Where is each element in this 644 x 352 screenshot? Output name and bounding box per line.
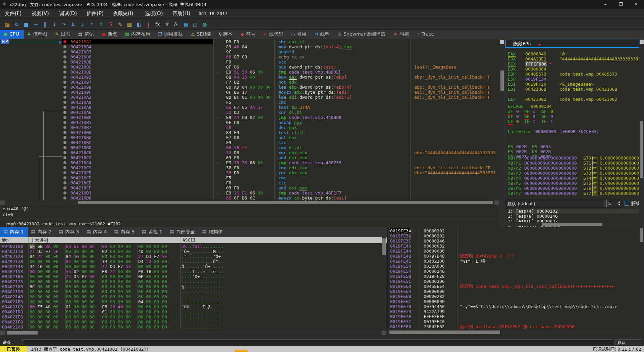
- tab-CPU[interactable]: ▣CPU: [0, 30, 24, 39]
- function-icon[interactable]: ƒx: [154, 20, 162, 29]
- dump-tab-内存 2[interactable]: ▤内存 2: [28, 227, 56, 237]
- command-input[interactable]: [22, 339, 613, 345]
- stack-row[interactable]: 0019FE3400000202: [388, 228, 644, 233]
- dump-row[interactable]: 0040212884 22 00 0084 16 00 0000 00 00 0…: [0, 254, 381, 259]
- close-button[interactable]: ✕: [629, 0, 644, 9]
- stack-row[interactable]: 0019FE3800000202: [388, 233, 644, 238]
- breakpoint-dot[interactable]: [63, 81, 66, 84]
- label-icon[interactable]: ◧: [135, 20, 143, 29]
- dump-vscrollbar[interactable]: [382, 237, 386, 330]
- breakpoint-dot[interactable]: [63, 65, 66, 69]
- register-row[interactable]: EDX00000004: [505, 67, 643, 72]
- stack-row[interactable]: 0019FE70007944A0"-y"==&"C:\\Users\\admin…: [388, 304, 644, 309]
- dump-row[interactable]: 004021E800 00 00 0000 00 00 0000 00 00 0…: [0, 314, 381, 319]
- breakpoint-dot[interactable]: [63, 141, 66, 144]
- register-row[interactable]: ESI0019FF20<&_ImageBase>: [505, 82, 643, 87]
- registers-vscrollbar[interactable]: [639, 39, 644, 227]
- breakpoint-dot[interactable]: [63, 196, 66, 200]
- dump-row[interactable]: 004021D800 00 00 0000 00 00 0001 00 00 0…: [0, 309, 381, 314]
- calculator-icon[interactable]: ◫: [191, 20, 199, 29]
- register-row[interactable]: ESP0019FE34: [505, 77, 643, 82]
- dump-row[interactable]: 0040216800 00 00 0027 D3 F7 5F00 00 00 0…: [0, 274, 381, 279]
- disasm-row[interactable]: 0042108489 46 04mov dword ptr ds:[esi+4]…: [0, 44, 499, 49]
- stack-row[interactable]: 0019FE4C00402100"%s"==L"猥": [388, 259, 644, 264]
- dump-row[interactable]: 00402188BC 00 00 0000 00 00 0000 00 00 0…: [0, 284, 381, 289]
- tab-Trace[interactable]: ∵Trace: [414, 30, 439, 39]
- menu-item-1[interactable]: 文件(F): [5, 10, 21, 17]
- breakpoint-dot[interactable]: [63, 60, 66, 63]
- disasm-row[interactable]: 004210A28D BF 01 00 00 00lea edi,dword p…: [0, 95, 499, 100]
- comment-icon[interactable]: ▥: [125, 20, 133, 29]
- argument-row[interactable]: 1: [esp+4] 00000202: [508, 209, 641, 214]
- dump-row[interactable]: 004021A800 00 00 0000 00 00 0000 00 00 0…: [0, 294, 381, 299]
- stack-row[interactable]: 0019FE5C00000206: [388, 279, 644, 284]
- breakpoint-dot[interactable]: [63, 186, 66, 189]
- disasm-row[interactable]: 00421097F7 D2not edx: [0, 80, 499, 85]
- stop-icon[interactable]: ■: [22, 20, 30, 29]
- stack-row[interactable]: 0019FE749432A199: [388, 309, 644, 314]
- command-profile-select[interactable]: 默认: [615, 339, 642, 345]
- restart-icon[interactable]: ↻: [13, 20, 21, 29]
- font-icon[interactable]: A.: [172, 20, 180, 29]
- disasm-row[interactable]: 004210BD66 3B FFcmp di,di: [0, 145, 499, 150]
- breakpoint-dot[interactable]: [63, 146, 66, 149]
- stepper-arrows-icon[interactable]: ▲ ▼: [619, 201, 620, 207]
- dump-row[interactable]: 004021580D 00 00 0054 02 00 00E8 22 00 0…: [0, 269, 381, 274]
- breakpoint-dot[interactable]: [63, 71, 66, 74]
- memory-dump-panel[interactable]: ▤内存 1▤内存 2▤内存 3▤内存 4▤内存 5▤监视 1▤局部变量▤结构体 …: [0, 227, 387, 337]
- stack-row[interactable]: 0019FE580019FF28: [388, 274, 644, 279]
- dump-row[interactable]: 004021B800 00 00 0000 00 00 0000 00 00 0…: [0, 299, 381, 304]
- disasm-row[interactable]: 004210A966 F7 C5 4A 37test bp,374A: [0, 105, 499, 110]
- disasm-row[interactable]: 004210B748dec eax: [0, 125, 499, 130]
- disasm-row[interactable]: 004210CEF8clc: [0, 180, 499, 185]
- menu-item-7[interactable]: 帮助(H): [172, 10, 190, 17]
- disasm-row[interactable]: 0042108BF9stc: [0, 59, 499, 64]
- breakpoint-dot[interactable]: [63, 161, 66, 164]
- dump-tab-内存 1[interactable]: ▤内存 1: [0, 227, 28, 237]
- breakpoint-dot[interactable]: [63, 50, 66, 53]
- dump-row[interactable]: 0040213800 00 00 000C 00 00 0014 00 00 0…: [0, 259, 381, 264]
- disasm-row[interactable]: 004210C4˅E9 70 76 06 00jmp code test.vmp…: [0, 160, 499, 165]
- disasm-row[interactable]: 004210A8F5cmc: [0, 100, 499, 105]
- stack-row[interactable]: 0019FE7C0019FEC0: [388, 319, 644, 324]
- breakpoint-dot[interactable]: [63, 151, 66, 154]
- stack-row[interactable]: 0019FE8075F42F62返回到 ucrtbase.75F42F62 自 …: [388, 324, 644, 329]
- stack-hscrollbar[interactable]: [387, 330, 639, 335]
- disasm-row[interactable]: 004210CF03 F0add esi,eax: [0, 185, 499, 190]
- breakpoint-dot[interactable]: [63, 181, 66, 184]
- args-hscrollbar[interactable]: [542, 223, 602, 226]
- stack-row[interactable]: 0019FE78FFFFFFFE: [388, 314, 644, 319]
- dump-tab-内存 3[interactable]: ▤内存 3: [55, 227, 83, 237]
- disasm-row[interactable]: 00421082D3 E8shr eax,cl: [0, 39, 499, 44]
- tab-日志[interactable]: ✎日志: [52, 30, 75, 39]
- breakpoint-dot[interactable]: [63, 111, 66, 114]
- stack-row[interactable]: 0019FE3C00000246: [388, 238, 644, 244]
- tab-脚本[interactable]: §脚本: [216, 30, 237, 39]
- disasm-row[interactable]: 004210B884 E9test cl,ch: [0, 130, 499, 135]
- tab-SEH链[interactable]: ⚠SEH链: [187, 30, 216, 39]
- minimize-button[interactable]: –: [598, 0, 613, 9]
- argument-row[interactable]: 2: [esp+8] 00000246: [508, 214, 558, 219]
- tab-句柄[interactable]: ❖句柄: [390, 30, 414, 39]
- disasm-row[interactable]: 004210BCF9stc: [0, 140, 499, 145]
- hide-fpu-button[interactable]: 隐藏FPU: [505, 40, 639, 48]
- calling-convention-select[interactable]: 默认 (stdcall): [506, 200, 604, 207]
- dump-row[interactable]: 0040211827 D3 F7 5F00 00 00 0002 00 00 0…: [0, 249, 381, 254]
- disassembly-view[interactable]: ▼▼▼▼00421082D3 E8shr eax,cl0042108489 46…: [0, 39, 499, 201]
- stack-row[interactable]: 0019FE6800000282: [388, 294, 644, 299]
- stack-row[interactable]: 0019FE500033A000: [388, 264, 644, 269]
- breakpoint-dot[interactable]: [63, 156, 66, 159]
- tab-调用堆栈[interactable]: ❐调用堆栈: [155, 30, 187, 39]
- disasm-row[interactable]: 004210C203 F0add esi,eax: [0, 155, 499, 160]
- breakpoint-dot[interactable]: [63, 121, 66, 124]
- run-to-return-icon[interactable]: ↑: [88, 20, 96, 29]
- tab-内存布局[interactable]: ▦内存布局: [122, 30, 155, 39]
- pause-icon[interactable]: ‖: [41, 20, 49, 29]
- breakpoint-dot[interactable]: [63, 136, 66, 139]
- dump-row[interactable]: 004021F800 00 00 0000 00 00 0000 00 00 0…: [0, 319, 381, 324]
- register-row[interactable]: EBP00485573code test.vmp.00485573: [505, 72, 643, 77]
- disasm-row[interactable]: 0042108C8F 06pop dword ptr ds:[esi][esi]…: [0, 64, 499, 70]
- stack-row[interactable]: 0019FE4400000000: [388, 249, 644, 254]
- tab-断点[interactable]: ●断点: [99, 30, 122, 39]
- stack-row[interactable]: 0019FE5400000246: [388, 269, 644, 274]
